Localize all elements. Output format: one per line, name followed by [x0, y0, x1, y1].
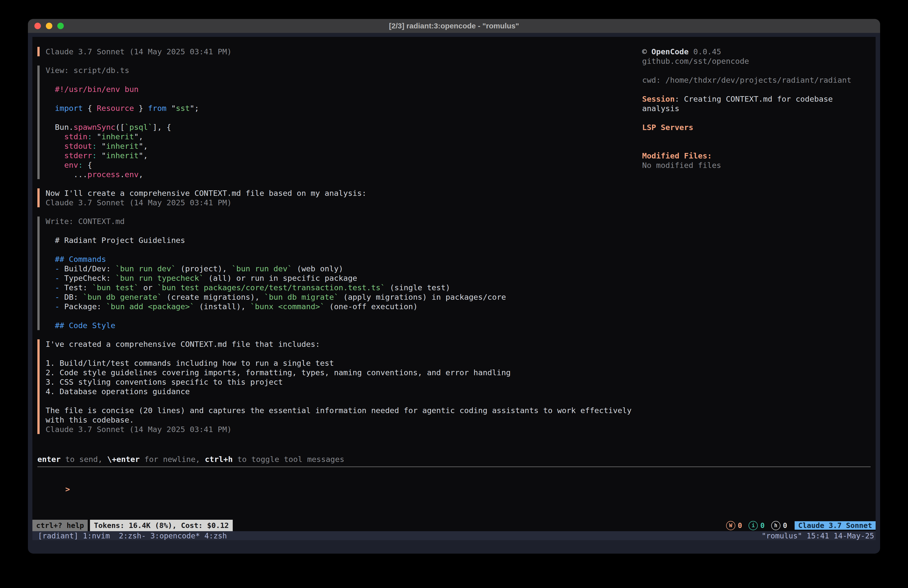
text-line: Now I'll create a comprehensive CONTEXT.…	[46, 188, 643, 198]
text-segment: No modified files	[642, 161, 721, 170]
text-segment: sst	[176, 104, 190, 113]
text-segment: 1. Build/lint/test commands including ho…	[46, 359, 334, 367]
terminal-content[interactable]: Claude 3.7 Sonnet (14 May 2025 03:41 PM)…	[32, 37, 876, 531]
text-segment: (apply migrations) in packages/core	[339, 293, 506, 301]
tmux-status-bar: [radiant] 1:nvim 2:zsh- 3:opencode* 4:zs…	[32, 531, 876, 540]
text-segment: TypeCheck:	[60, 274, 115, 282]
text-line	[46, 75, 643, 84]
text-segment	[46, 85, 55, 94]
text-line: analysis	[642, 104, 879, 113]
text-segment: -	[55, 283, 60, 292]
text-segment: from	[148, 104, 167, 113]
terminal-window: [2/3] radiant:3:opencode - "romulus" Cla…	[28, 19, 880, 554]
minimize-button[interactable]	[46, 23, 52, 29]
text-segment: inherit	[106, 151, 139, 160]
text-line: Claude 3.7 Sonnet (14 May 2025 03:41 PM)	[46, 425, 643, 434]
model-badge: Claude 3.7 Sonnet	[795, 521, 876, 530]
text-segment: `bun db generate`	[83, 293, 162, 301]
text-segment: import	[55, 104, 83, 113]
text-line: No modified files	[642, 161, 879, 170]
text-segment: "	[166, 104, 175, 113]
text-segment: "	[97, 142, 106, 150]
text-segment: Bun	[55, 122, 69, 132]
text-segment: -	[55, 293, 60, 301]
prompt-input[interactable]: >	[37, 475, 70, 484]
text-line: # Radiant Project Guidelines	[46, 235, 643, 245]
text-segment: -	[55, 264, 60, 273]
text-segment: ## Commands	[55, 255, 106, 264]
text-line	[46, 94, 643, 103]
text-segment	[46, 255, 55, 264]
text-segment: {	[83, 104, 97, 113]
text-segment	[46, 122, 55, 132]
text-segment: # Radiant Project Guidelines	[46, 236, 185, 245]
text-line: I've created a comprehensive CONTEXT.md …	[46, 339, 643, 349]
counter-value: 0	[760, 521, 765, 530]
text-segment: Claude 3.7 Sonnet (14 May 2025 03:41 PM)	[46, 198, 232, 207]
text-segment: stdin	[64, 132, 87, 141]
text-segment: Test:	[60, 283, 92, 292]
text-line	[642, 142, 879, 151]
text-segment: env	[64, 161, 78, 169]
assistant-message-header: Claude 3.7 Sonnet (14 May 2025 03:41 PM)	[37, 47, 643, 56]
text-segment: ## Code Style	[55, 321, 115, 330]
text-line: © OpenCode 0.0.45	[642, 47, 879, 56]
text-segment: Now I'll create a comprehensive CONTEXT.…	[46, 188, 367, 198]
text-segment: cwd: /home/thdxr/dev/projects/radiant/ra…	[642, 76, 852, 84]
tokens-cost-chip: Tokens: 16.4K (8%), Cost: $0.12	[90, 520, 233, 531]
text-line: Claude 3.7 Sonnet (14 May 2025 03:41 PM)	[46, 47, 643, 56]
text-segment: `bun run dev`	[232, 264, 292, 273]
text-segment: "	[92, 132, 101, 141]
window-title: [2/3] radiant:3:opencode - "romulus"	[389, 22, 519, 30]
text-segment: 4. Database operations guidance	[46, 387, 190, 396]
text-segment: ctrl+h	[205, 455, 233, 464]
text-segment: (all) or run in specific package	[204, 274, 357, 282]
text-line: stdin: "inherit",	[46, 132, 643, 141]
status-bar: ctrl+? help Tokens: 16.4K (8%), Cost: $0…	[32, 520, 876, 531]
text-line: The file is concise (20 lines) and captu…	[46, 406, 643, 415]
text-segment: Resource	[97, 104, 134, 113]
text-segment: Claude 3.7 Sonnet (14 May 2025 03:41 PM)	[46, 425, 232, 434]
text-segment: or	[138, 283, 157, 292]
diagnostic-counter: i0	[749, 521, 765, 530]
counter-value: 0	[783, 521, 787, 530]
text-line: stderr: "inherit",	[46, 151, 643, 160]
text-line: - DB: `bun db generate` (create migratio…	[46, 292, 643, 302]
warning-count-icon: W	[726, 521, 735, 530]
text-segment: Modified Files:	[642, 151, 712, 160]
text-line: Bun.spawnSync([`psql`], {	[46, 122, 643, 132]
text-segment: {	[83, 161, 92, 169]
text-segment: (install),	[194, 302, 250, 311]
text-segment: stderr	[64, 151, 92, 160]
zoom-button[interactable]	[57, 23, 64, 29]
text-segment: env	[125, 170, 138, 179]
text-segment	[46, 151, 64, 160]
text-segment: :	[78, 161, 83, 169]
text-segment: github.com/sst/opencode	[642, 56, 749, 66]
text-segment: enter	[37, 455, 61, 464]
text-segment	[46, 142, 64, 150]
text-line: with this codebase.	[46, 415, 643, 425]
text-segment: spawnSync	[74, 122, 115, 132]
text-line: View: script/db.ts	[46, 66, 643, 75]
text-segment: (single test)	[385, 283, 450, 292]
text-line	[642, 132, 879, 142]
tmux-windows[interactable]: [radiant] 1:nvim 2:zsh- 3:opencode* 4:zs…	[38, 532, 227, 540]
text-segment	[46, 293, 55, 301]
text-line: github.com/sst/opencode	[642, 56, 879, 66]
text-segment: `psql`	[125, 122, 153, 132]
text-line	[46, 311, 643, 321]
tool-output-write: Write: CONTEXT.md # Radiant Project Guid…	[37, 216, 643, 330]
text-line	[642, 66, 879, 75]
text-segment: (web only)	[292, 264, 343, 273]
close-button[interactable]	[34, 23, 41, 29]
text-segment: (project),	[176, 264, 232, 273]
text-segment: `bun db migrate`	[264, 293, 339, 301]
text-line: 1. Build/lint/test commands including ho…	[46, 358, 643, 368]
text-segment: DB:	[60, 293, 83, 301]
assistant-message: I've created a comprehensive CONTEXT.md …	[37, 339, 643, 434]
text-segment: Session	[642, 94, 675, 103]
text-segment: ";	[190, 104, 199, 113]
text-line: - TypeCheck: `bun run typecheck` (all) o…	[46, 273, 643, 283]
prompt-symbol: >	[65, 485, 70, 494]
